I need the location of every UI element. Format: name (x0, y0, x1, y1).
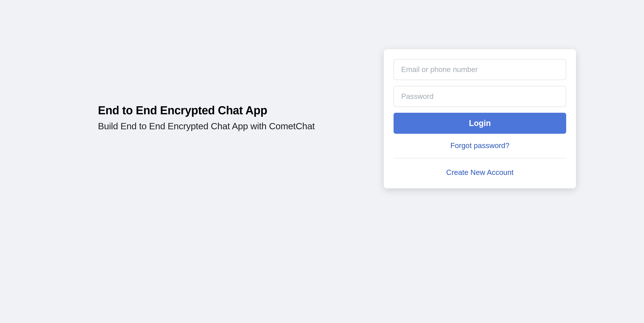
login-card: Login Forgot password? Create New Accoun… (384, 49, 576, 188)
email-field[interactable] (394, 59, 566, 80)
page-container: End to End Encrypted Chat App Build End … (0, 0, 644, 188)
create-account-link[interactable]: Create New Account (394, 166, 566, 178)
subheadline: Build End to End Encrypted Chat App with… (98, 121, 362, 132)
divider (394, 158, 566, 158)
headline: End to End Encrypted Chat App (98, 104, 362, 117)
password-field[interactable] (394, 86, 566, 107)
forgot-password-link[interactable]: Forgot password? (394, 140, 566, 158)
hero-section: End to End Encrypted Chat App Build End … (98, 49, 362, 132)
login-button[interactable]: Login (394, 113, 566, 134)
